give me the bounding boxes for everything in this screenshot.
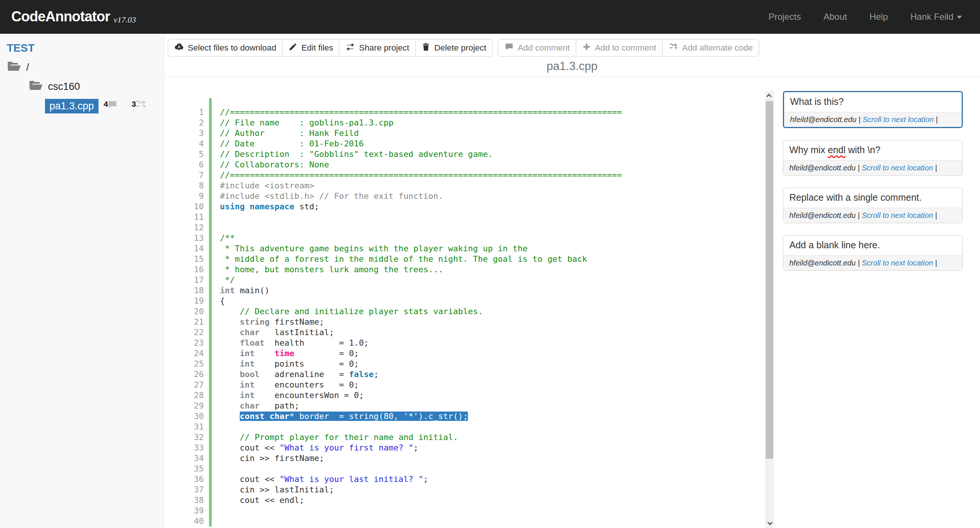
code-line[interactable]: cout << "What is your last initial? "; [220,474,765,485]
selected-file-chip[interactable]: pa1.3.cpp [45,99,99,113]
code-line[interactable]: bool adrenaline = false; [220,369,765,380]
code-line[interactable]: int encounters = 0; [220,380,765,390]
line-number: 12 [164,223,204,233]
random-icon [669,42,678,54]
code-line[interactable]: char path; [220,401,765,411]
code-line[interactable]: /** [220,233,765,243]
line-number: 19 [164,296,204,306]
code-line[interactable]: */ [220,275,765,285]
line-number: 23 [164,338,204,348]
code-line[interactable]: cout << endl; [220,495,765,506]
code-line[interactable]: // Author : Hank Feild [220,128,765,138]
code-line[interactable]: * This adventure game begins with the pl… [220,243,765,254]
select-files-to-download-button[interactable]: Select files to download [168,39,282,57]
code-line[interactable] [220,223,765,233]
chevron-down-icon [957,16,962,19]
tree-item-pa13cpp[interactable]: pa1.3.cpp 4 3 [0,96,164,116]
delete-project-button[interactable]: Delete project [415,39,493,57]
scroll-up-button[interactable] [765,91,774,101]
line-number: 36 [164,474,204,485]
nav-item-help[interactable]: Help [870,12,888,22]
code-line[interactable]: cin >> lastInitial; [220,485,765,495]
code-line[interactable]: // Collaborators: None [220,159,765,170]
comment-text: Why mix endl with \n? [783,140,963,160]
code-line[interactable]: int encountersWon = 0; [220,390,765,401]
alternate-count: 3 [132,100,136,108]
code-line[interactable]: float health = 1.0; [220,338,765,348]
comment-card[interactable]: What is this? hfeild@endicott.edu | Scro… [783,91,963,128]
app-brand[interactable]: CodeAnnotator [11,9,110,25]
code-line[interactable] [220,212,765,223]
code-line[interactable]: // File name : goblins-pa1.3.cpp [220,118,765,128]
code-line[interactable]: int time = 0; [220,348,765,359]
alternate-count-badge[interactable]: 3 [132,99,148,113]
code-line[interactable]: const char* border = string(80, '*').c_s… [220,411,765,421]
share-project-button[interactable]: Share project [339,39,415,57]
add-alternate-code-button[interactable]: Add alternate code [662,39,759,57]
line-number: 28 [164,390,204,401]
code-scrollbar[interactable] [765,91,774,528]
comment-card[interactable]: Add a blank line here. hfeild@endicott.e… [783,235,963,271]
comment-card[interactable]: Replace with a single comment. hfeild@en… [783,188,963,223]
nav-item-about[interactable]: About [823,12,847,22]
comment-count-badge[interactable]: 4 [104,99,120,113]
code-line[interactable]: int points = 0; [220,359,765,369]
code-line[interactable]: int main() [220,285,765,296]
code-line[interactable] [220,506,765,516]
scrollbar-thumb[interactable] [766,101,773,459]
code-line[interactable]: #include <iostream> [220,180,765,191]
code-line[interactable]: // Description : "Gobblins" text-based a… [220,149,765,159]
code-line[interactable]: cout << "What is your first name? "; [220,443,765,453]
scroll-to-next-location-link[interactable]: Scroll to next location [862,259,933,267]
code-line[interactable] [220,464,765,474]
line-number: 35 [164,464,204,474]
folder-open-icon [29,80,43,94]
line-number: 6 [164,159,204,170]
code-line[interactable] [220,516,765,526]
add-comment-button[interactable]: Add comment [498,39,576,57]
comment-card[interactable]: Why mix endl with \n? hfeild@endicott.ed… [783,140,963,176]
line-number: 37 [164,485,204,495]
chevron-up-icon [767,94,772,99]
code-line[interactable] [220,421,765,432]
edit-files-button[interactable]: Edit files [282,39,339,57]
line-number: 3 [164,128,204,138]
navbar: CodeAnnotator v17.03 Projects About Help… [0,0,980,34]
comment-text: Replace with a single comment. [783,188,963,208]
code-line[interactable]: * home, but monsters lurk among the tree… [220,264,765,275]
code-line[interactable]: char lastInitial; [220,327,765,338]
tree-item-csc160[interactable]: csc160 [0,77,164,96]
code-line[interactable]: // Declare and initialize player stats v… [220,306,765,317]
scroll-to-next-location-link[interactable]: Scroll to next location [862,211,933,219]
code-line[interactable]: using namespace std; [220,202,765,212]
scroll-to-next-location-link[interactable]: Scroll to next location [862,115,934,124]
code-line[interactable]: * middle of a forrest in the middle of t… [220,254,765,264]
code-line[interactable]: //======================================… [220,107,765,118]
code-line[interactable]: cin >> firstName; [220,453,765,464]
line-number: 27 [164,380,204,390]
code-line[interactable]: string firstName; [220,317,765,327]
nav-links: Projects About Help Hank Feild [746,12,963,22]
line-number: 5 [164,149,204,159]
code-line[interactable]: // Prompt player for their name and init… [220,432,765,443]
scroll-down-button[interactable] [765,518,774,528]
code-line[interactable]: //======================================… [220,170,765,180]
tree-item-label: / [26,62,29,73]
tree-item-root[interactable]: / [0,58,164,77]
add-to-comment-button[interactable]: Add to comment [576,39,663,57]
line-number: 32 [164,432,204,443]
line-number: 9 [164,191,204,202]
line-number: 18 [164,285,204,296]
user-menu[interactable]: Hank Feild [910,12,962,22]
code-line[interactable]: #include <stdlib.h> // For the exit func… [220,191,765,202]
project-actions-group: Select files to download Edit files Shar… [168,39,493,57]
line-number: 29 [164,401,204,411]
line-number: 15 [164,254,204,264]
folder-open-icon [7,60,22,75]
trash-icon [422,42,430,54]
code-line[interactable]: { [220,296,765,306]
nav-item-projects[interactable]: Projects [769,12,801,22]
scroll-to-next-location-link[interactable]: Scroll to next location [862,164,933,172]
comment-icon [504,42,514,54]
code-line[interactable]: // Date : 01-Feb-2016 [220,138,765,149]
